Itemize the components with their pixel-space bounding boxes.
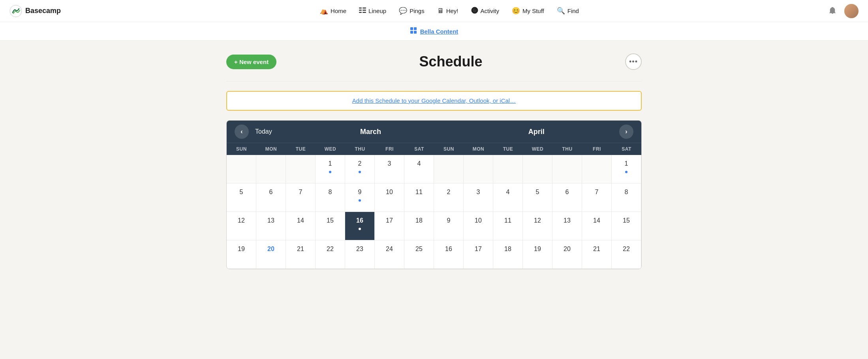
nav-find[interactable]: 🔍 Find xyxy=(551,4,584,17)
calendar-cell[interactable]: 2 xyxy=(434,183,464,212)
calendar-cell[interactable]: 7 xyxy=(286,183,316,212)
more-options-button[interactable]: ••• xyxy=(625,53,642,70)
calendar-date: 23 xyxy=(354,244,365,255)
calendar-cell[interactable]: 9 xyxy=(345,183,375,212)
nav-lineup[interactable]: Lineup xyxy=(353,4,392,17)
calendar-cell[interactable]: 14 xyxy=(582,212,612,240)
calendar-cell[interactable]: 2 xyxy=(345,155,375,183)
calendar-cell[interactable]: 15 xyxy=(316,212,345,240)
calendar-event-dot xyxy=(359,228,361,230)
calendar-cell[interactable]: 25 xyxy=(404,240,434,269)
calendar-cell[interactable]: 5 xyxy=(523,183,552,212)
calendar-cell[interactable]: 3 xyxy=(375,155,404,183)
calendar-cell[interactable]: 1 xyxy=(316,155,345,183)
calendar-cell[interactable]: 6 xyxy=(256,183,286,212)
calendar-date: 1 xyxy=(325,158,336,169)
calendar-date: 9 xyxy=(443,215,454,226)
calendar-cell[interactable]: 20 xyxy=(256,240,286,269)
calendar-cell[interactable]: 20 xyxy=(552,240,582,269)
day-label-sat1: SAT xyxy=(404,143,434,155)
nav-activity[interactable]: Activity xyxy=(466,4,505,18)
calendar-date: 3 xyxy=(384,158,395,169)
calendar-cell[interactable]: 11 xyxy=(493,212,523,240)
calendar-cell[interactable]: 22 xyxy=(316,240,345,269)
calendar-cell xyxy=(493,155,523,183)
calendar-date: 24 xyxy=(384,244,395,255)
nav-mystuff[interactable]: 😊 My Stuff xyxy=(506,4,550,17)
calendar-date: 10 xyxy=(473,215,484,226)
calendar-cell[interactable]: 13 xyxy=(552,212,582,240)
calendar-cell xyxy=(256,155,286,183)
nav-hey[interactable]: 🖥 Hey! xyxy=(432,4,464,17)
calendar-date: 12 xyxy=(236,215,247,226)
avatar[interactable] xyxy=(844,4,859,18)
calendar-event-dot xyxy=(359,171,361,173)
calendar-cell[interactable]: 13 xyxy=(256,212,286,240)
calendar-date: 5 xyxy=(236,187,247,198)
calendar-cell[interactable]: 4 xyxy=(404,155,434,183)
calendar-cell[interactable]: 18 xyxy=(404,212,434,240)
calendar-cell[interactable]: 4 xyxy=(493,183,523,212)
calendar-cell[interactable]: 14 xyxy=(286,212,316,240)
calendar-sync-link[interactable]: Add this Schedule to your Google Calenda… xyxy=(352,97,516,104)
calendar-cell[interactable]: 23 xyxy=(345,240,375,269)
calendar-cell[interactable]: 17 xyxy=(464,240,493,269)
calendar-cell[interactable]: 10 xyxy=(375,183,404,212)
calendar-cell[interactable]: 5 xyxy=(227,183,256,212)
calendar-date: 12 xyxy=(532,215,543,226)
logo-text: Basecamp xyxy=(25,7,61,15)
breadcrumb-grid-icon xyxy=(410,27,417,36)
day-label-wed2: WED xyxy=(523,143,552,155)
logo[interactable]: Basecamp xyxy=(9,5,61,17)
svg-rect-9 xyxy=(410,27,413,30)
new-event-button[interactable]: + New event xyxy=(226,55,276,69)
calendar-date: 5 xyxy=(532,187,543,198)
activity-icon xyxy=(471,7,478,15)
calendar-cell[interactable]: 19 xyxy=(227,240,256,269)
notifications-button[interactable] xyxy=(825,4,840,18)
calendar-date: 8 xyxy=(325,187,336,198)
nav-pings[interactable]: 💬 Pings xyxy=(393,4,430,17)
calendar-cell[interactable]: 11 xyxy=(404,183,434,212)
march-label: March xyxy=(288,128,454,136)
calendar-cell[interactable]: 3 xyxy=(464,183,493,212)
april-label: April xyxy=(453,128,619,136)
calendar-cell[interactable]: 22 xyxy=(612,240,641,269)
calendar-next-button[interactable]: › xyxy=(619,125,633,139)
breadcrumb-link[interactable]: Bella Content xyxy=(420,28,458,35)
nav-home[interactable]: ⛺ Home xyxy=(314,4,352,17)
calendar-cell[interactable]: 19 xyxy=(523,240,552,269)
calendar-cell[interactable]: 16 xyxy=(345,212,375,240)
calendar-cell[interactable]: 18 xyxy=(493,240,523,269)
calendar-cell[interactable]: 7 xyxy=(582,183,612,212)
calendar-date: 15 xyxy=(325,215,336,226)
calendar-cell[interactable]: 10 xyxy=(464,212,493,240)
calendar-cell[interactable]: 8 xyxy=(316,183,345,212)
calendar-cell[interactable]: 15 xyxy=(612,212,641,240)
calendar-event-dot xyxy=(359,199,361,202)
calendar-cell[interactable]: 1 xyxy=(612,155,641,183)
calendar-prev-button[interactable]: ‹ xyxy=(235,125,249,139)
calendar-cell[interactable]: 24 xyxy=(375,240,404,269)
calendar-cell[interactable]: 21 xyxy=(582,240,612,269)
calendar-date: 10 xyxy=(384,187,395,198)
svg-rect-10 xyxy=(414,27,417,30)
calendar-cell[interactable]: 17 xyxy=(375,212,404,240)
calendar-cell[interactable]: 12 xyxy=(227,212,256,240)
april-section: April xyxy=(453,128,619,136)
calendar-date: 14 xyxy=(591,215,602,226)
day-label-sun2: SUN xyxy=(434,143,464,155)
calendar-cell[interactable]: 21 xyxy=(286,240,316,269)
calendar-date: 16 xyxy=(443,244,454,255)
calendar-date: 22 xyxy=(325,244,336,255)
calendar-cell xyxy=(434,155,464,183)
calendar-cell[interactable]: 8 xyxy=(612,183,641,212)
day-label-sat2: SAT xyxy=(612,143,641,155)
calendar-cell xyxy=(286,155,316,183)
calendar-cell[interactable]: 9 xyxy=(434,212,464,240)
calendar-cell[interactable]: 16 xyxy=(434,240,464,269)
calendar-cell[interactable]: 12 xyxy=(523,212,552,240)
main-content: + New event Schedule ••• Add this Schedu… xyxy=(217,41,651,282)
calendar-cell[interactable]: 6 xyxy=(552,183,582,212)
calendar-grid: 1234156789101123456781213141516171891011… xyxy=(227,155,641,269)
